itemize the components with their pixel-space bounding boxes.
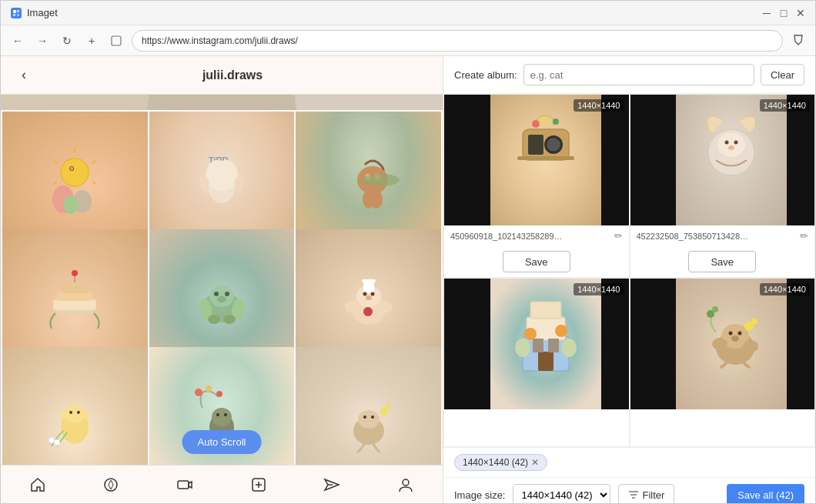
tag-label-1: 1440×1440 (42) bbox=[463, 457, 528, 468]
svg-point-105 bbox=[731, 335, 739, 342]
save-image-1-button[interactable]: Save bbox=[503, 251, 570, 272]
svg-point-38 bbox=[223, 315, 236, 324]
image-card-1: 1440×1440 450960918_1021432582895465_74 … bbox=[443, 94, 630, 278]
maximize-button[interactable]: □ bbox=[778, 8, 789, 18]
app-title: Imaget bbox=[27, 7, 58, 18]
address-bar[interactable]: https://www.instagram.com/julii.draws/ bbox=[132, 30, 783, 52]
image-card-3-top: 1440×1440 bbox=[444, 279, 629, 409]
list-item[interactable] bbox=[296, 347, 441, 465]
svg-point-103 bbox=[729, 332, 733, 335]
add-nav-icon[interactable] bbox=[243, 469, 274, 500]
svg-point-106 bbox=[712, 338, 727, 350]
svg-point-111 bbox=[712, 306, 718, 312]
svg-rect-83 bbox=[517, 156, 574, 160]
svg-point-88 bbox=[725, 141, 729, 145]
bookmark-icon[interactable] bbox=[789, 32, 808, 50]
window-controls: ─ □ ✕ bbox=[761, 8, 806, 18]
svg-rect-27 bbox=[61, 285, 89, 293]
album-input[interactable] bbox=[523, 64, 754, 85]
edit-filename-2-icon[interactable]: ✏ bbox=[800, 230, 808, 242]
tag-close-1[interactable]: ✕ bbox=[531, 457, 539, 468]
image-card-3-spacer bbox=[444, 409, 629, 446]
svg-point-68 bbox=[380, 408, 388, 416]
svg-point-97 bbox=[524, 328, 537, 340]
image-card-1-bottom: 450960918_1021432582895465_74 ✏ bbox=[444, 225, 629, 246]
svg-rect-72 bbox=[178, 481, 189, 489]
svg-rect-96 bbox=[548, 339, 559, 352]
save-row-1: Save bbox=[444, 246, 629, 277]
right-panel: Create album: Clear bbox=[443, 56, 815, 503]
svg-rect-42 bbox=[362, 279, 376, 282]
svg-line-10 bbox=[92, 182, 95, 184]
filter-button[interactable]: Filter bbox=[618, 484, 674, 503]
svg-point-37 bbox=[208, 315, 220, 324]
svg-rect-5 bbox=[112, 36, 121, 45]
left-panel: ‹ julii.draws bbox=[1, 56, 443, 503]
tags-row: 1440×1440 (42) ✕ bbox=[443, 448, 815, 478]
feed-header: ‹ julii.draws bbox=[1, 56, 443, 95]
refresh-button[interactable]: ↻ bbox=[58, 32, 76, 50]
filter-label: Filter bbox=[642, 489, 664, 501]
svg-point-63 bbox=[216, 391, 222, 397]
svg-point-85 bbox=[553, 118, 559, 125]
svg-point-29 bbox=[72, 270, 78, 276]
filter-icon bbox=[628, 489, 639, 500]
minimize-button[interactable]: ─ bbox=[761, 8, 772, 18]
feed-title: julii.draws bbox=[35, 68, 430, 82]
forward-button[interactable]: → bbox=[33, 32, 52, 50]
auto-scroll-button[interactable]: Auto Scroll bbox=[182, 430, 262, 454]
image-dims-4: 1440×1440 bbox=[760, 283, 810, 295]
app-window: Imaget ─ □ ✕ ← → ↻ + https://www.instagr… bbox=[0, 0, 816, 504]
svg-point-48 bbox=[377, 301, 393, 313]
svg-text:ʘ: ʘ bbox=[69, 165, 74, 172]
image-card-2: 1440×1440 452232508_753850713428958_388 … bbox=[630, 94, 816, 278]
close-button[interactable]: ✕ bbox=[795, 8, 806, 18]
image-card-2-bottom: 452232508_753850713428958_388 ✏ bbox=[630, 225, 815, 246]
url-text: https://www.instagram.com/julii.draws/ bbox=[142, 35, 298, 46]
image-size-select[interactable]: 1440×1440 (42) bbox=[513, 484, 610, 503]
image-filename-2: 452232508_753850713428958_388 bbox=[637, 232, 752, 241]
svg-rect-93 bbox=[530, 302, 561, 319]
svg-rect-3 bbox=[13, 14, 15, 16]
svg-point-60 bbox=[224, 413, 227, 416]
create-album-label: Create album: bbox=[454, 69, 517, 81]
svg-point-34 bbox=[217, 296, 226, 302]
svg-point-14 bbox=[63, 195, 79, 214]
avatar-nav-icon[interactable] bbox=[390, 469, 421, 500]
svg-point-46 bbox=[363, 307, 373, 316]
home-nav-icon[interactable] bbox=[22, 469, 53, 500]
svg-point-84 bbox=[532, 120, 540, 128]
app-icon bbox=[10, 7, 22, 19]
send-nav-icon[interactable] bbox=[316, 469, 347, 500]
svg-rect-1 bbox=[13, 10, 16, 13]
svg-rect-4 bbox=[17, 14, 19, 16]
svg-point-107 bbox=[743, 340, 758, 352]
tag-1: 1440×1440 (42) ✕ bbox=[454, 454, 547, 471]
feed-back-button[interactable]: ‹ bbox=[13, 65, 35, 86]
save-image-2-button[interactable]: Save bbox=[688, 251, 756, 272]
save-all-button[interactable]: Save all (42) bbox=[727, 484, 804, 503]
svg-point-22 bbox=[370, 190, 383, 209]
svg-point-54 bbox=[79, 412, 89, 419]
image-dims-1: 1440×1440 bbox=[574, 99, 624, 112]
image-card-4-spacer bbox=[630, 409, 815, 446]
svg-point-6 bbox=[61, 159, 89, 186]
edit-filename-1-icon[interactable]: ✏ bbox=[614, 230, 623, 242]
clear-button[interactable]: Clear bbox=[761, 64, 804, 85]
video-nav-icon[interactable] bbox=[169, 469, 200, 500]
svg-point-62 bbox=[206, 386, 212, 392]
svg-point-58 bbox=[212, 408, 232, 426]
image-dims-2: 1440×1440 bbox=[760, 99, 810, 112]
browser-bar: ← → ↻ + https://www.instagram.com/julii.… bbox=[1, 25, 815, 56]
image-filename-1: 450960918_1021432582895465_74 bbox=[450, 232, 566, 241]
new-tab-button[interactable]: + bbox=[82, 32, 101, 50]
feed-grid: ʘ TiΠD bbox=[1, 110, 443, 465]
list-item[interactable] bbox=[2, 347, 148, 465]
svg-point-23 bbox=[361, 174, 400, 186]
svg-rect-94 bbox=[538, 352, 553, 371]
back-button[interactable]: ← bbox=[8, 32, 27, 50]
svg-point-82 bbox=[547, 139, 560, 151]
compass-nav-icon[interactable] bbox=[95, 469, 126, 500]
svg-point-99 bbox=[515, 339, 530, 357]
svg-marker-71 bbox=[109, 480, 113, 489]
